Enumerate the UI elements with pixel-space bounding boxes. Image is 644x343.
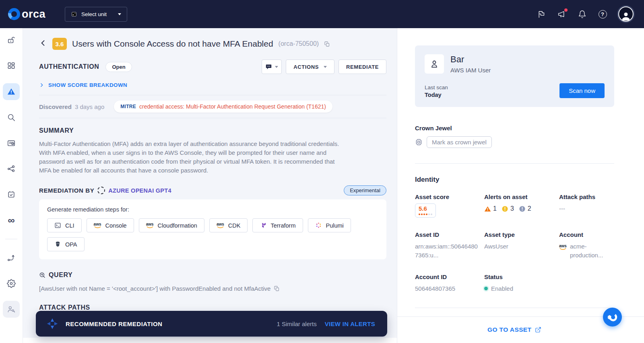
mitre-tag[interactable]: MITRE credential access: Multi-Factor Au… [114,101,332,113]
sidebar-item-lock[interactable] [3,32,20,49]
asset-score-label: Asset score [415,193,484,200]
announcements-icon[interactable] [557,9,566,19]
aws-icon: aws [217,222,224,228]
account-value: acme-production... [570,242,618,260]
notifications-bell-icon[interactable] [577,9,587,19]
asset-side-panel: Bar AWS IAM User Last scan Today Scan no… [397,28,644,343]
sidebar-item-identity-access[interactable] [3,301,20,318]
asset-type-label: Asset type [484,231,559,238]
last-scan-label: Last scan [425,84,448,90]
remediation-target-console[interactable]: aws Console [87,218,134,232]
comments-button[interactable] [262,60,282,74]
sidebar-item-shift-left[interactable]: ∞ [3,212,20,229]
orca-logo-icon [607,311,619,323]
user-avatar[interactable] [618,6,634,22]
asset-name: Bar [450,54,491,65]
compass-icon [46,318,58,330]
sidebar-item-search[interactable] [3,109,20,126]
settings-gear-icon [7,279,16,288]
attack-paths-heading: ATTACK PATHS [39,304,90,311]
lock-open-icon [7,36,16,45]
go-to-asset-link[interactable]: GO TO ASSET [487,326,541,333]
orca-app: orca Select unit ? [0,0,644,343]
aws-icon: aws [146,222,154,228]
identity-access-icon [7,305,16,314]
sidebar-item-attack-graph[interactable] [3,160,20,177]
chevron-down-icon [118,13,121,15]
status-badge[interactable]: Open [105,62,132,72]
dashboard-icon [7,62,16,70]
alerts-on-asset-label: Alerts on asset [484,193,559,200]
alert-id: (orca-750500) [279,40,319,47]
unit-icon [71,11,77,17]
experimental-badge: Experimental [344,185,386,195]
shift-left-icon: ∞ [8,216,14,225]
external-link-icon [535,327,541,333]
high-severity-icon [484,205,491,212]
select-unit-dropdown[interactable]: Select unit [65,7,127,22]
sidebar-item-compliance[interactable] [3,186,20,203]
severity-info-count: 2 [519,205,531,212]
terraform-icon [260,222,266,229]
remediate-button[interactable]: REMEDIATE [339,60,386,74]
alert-detail-panel: 3.6 Users with Console Access do not hav… [23,28,397,343]
identity-heading: Identity [415,176,614,184]
navbar-actions: ? [536,6,634,22]
attack-graph-icon [7,164,16,173]
asset-id-value: arn:aws:iam::506464807365:u... [415,242,479,260]
discovered-value: 3 days ago [75,103,104,110]
discovered-label: Discovered [39,103,72,110]
asset-score-dots [419,214,432,215]
flag-icon[interactable] [536,9,546,19]
scan-now-button[interactable]: Scan now [559,83,605,98]
compliance-icon [7,190,16,199]
sidebar-item-inventory[interactable] [3,135,20,152]
sidebar-divider [5,239,17,239]
generate-steps-label: Generate remediation steps for: [47,206,378,213]
opa-icon [54,241,61,248]
account-id-value: 506464807365 [415,284,484,293]
remediation-by-label: REMEDIATION BY [39,187,94,194]
announcements-badge-dot [564,8,568,12]
remediation-target-cloudformation[interactable]: aws Cloudformation [139,218,204,232]
remediation-target-terraform[interactable]: Terraform [252,218,303,232]
sidebar-item-alerts[interactable] [3,83,20,100]
copy-query-button[interactable] [274,285,280,292]
actions-button[interactable]: ACTIONS [286,60,334,74]
account-label: Account [559,231,618,238]
asset-type-value: AwsUser [484,242,559,251]
remediation-target-cdk[interactable]: aws CDK [209,218,248,232]
sidebar-item-data-flow[interactable] [3,249,20,266]
orca-logo[interactable]: orca [8,8,45,21]
iam-user-icon [429,59,440,69]
crown-jewel-heading: Crown Jewel [415,125,614,131]
pulumi-icon [315,222,322,229]
view-in-alerts-link[interactable]: VIEW IN ALERTS [325,320,375,327]
remediation-target-pulumi[interactable]: Pulumi [308,218,351,232]
alert-header: 3.6 Users with Console Access do not hav… [39,38,386,50]
asset-type-subtitle: AWS IAM User [450,67,491,74]
sidebar-item-settings[interactable] [3,275,20,292]
help-icon[interactable]: ? [598,9,607,19]
terminal-icon [54,222,61,229]
select-unit-label: Select unit [81,11,107,17]
top-navbar: orca Select unit ? [0,0,644,28]
show-score-breakdown-link[interactable]: SHOW SCORE BREAKDOWN [39,82,386,88]
orca-assistant-button[interactable] [603,308,622,327]
severity-high-count: 1 [484,205,497,212]
copy-alert-id-button[interactable] [324,41,330,47]
recommended-remediation-title: RECOMMENDED REMEDIATION [66,320,162,327]
remediation-target-opa[interactable]: OPA [47,237,85,251]
mark-crown-jewel-button[interactable]: Mark as crown jewel [427,136,492,148]
crown-jewel-icon [415,138,423,146]
search-icon [7,113,16,122]
mitre-technique: credential access: Multi-Factor Authenti… [139,103,326,110]
back-button[interactable] [39,39,47,49]
chevron-left-icon [39,39,47,47]
remediation-target-cli[interactable]: CLI [47,218,82,232]
person-icon [621,10,631,21]
status-value: Enabled [491,285,513,292]
chevron-down-icon [324,66,327,68]
sidebar-item-dashboard[interactable] [3,58,20,74]
severity-medium-count: 3 [502,205,514,212]
